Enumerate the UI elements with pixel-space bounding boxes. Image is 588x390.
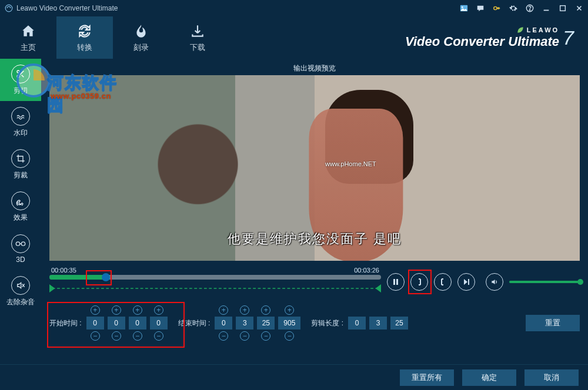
cancel-button[interactable]: 取消 xyxy=(524,369,579,386)
time-total: 00:03:26 xyxy=(354,267,379,274)
seek-handle[interactable] xyxy=(102,273,110,281)
set-start-button[interactable] xyxy=(410,273,428,291)
tool-watermark[interactable]: 水印 xyxy=(0,101,41,143)
nav-home[interactable]: 主页 xyxy=(0,16,56,59)
plus-icon[interactable]: + xyxy=(91,305,100,315)
start-h-value[interactable]: 0 xyxy=(86,317,104,330)
reset-button[interactable]: 重置 xyxy=(526,315,580,331)
svg-point-0 xyxy=(5,5,12,12)
nav-download[interactable]: 下载 xyxy=(169,16,226,59)
brand-version: 7 xyxy=(563,26,574,49)
close-icon[interactable] xyxy=(575,4,583,12)
key-icon[interactable] xyxy=(493,4,501,12)
next-frame-button[interactable] xyxy=(457,273,475,291)
plus-icon[interactable]: + xyxy=(133,305,142,315)
picture-icon[interactable] xyxy=(460,4,468,12)
left-tools: 剪切 水印 剪裁 效果 3D 去除杂音 xyxy=(0,59,41,364)
chat-icon[interactable] xyxy=(476,4,485,12)
length-group: 剪辑长度 : 0 3 25 xyxy=(311,317,408,330)
volume-slider[interactable] xyxy=(509,281,580,283)
tool-trim[interactable]: 剪切 xyxy=(0,59,41,101)
plus-icon[interactable]: + xyxy=(154,305,163,315)
video-watermark-url: www.pHome.NET xyxy=(325,160,376,167)
pause-button[interactable] xyxy=(387,273,405,291)
maximize-icon[interactable] xyxy=(559,4,567,12)
reset-all-button[interactable]: 重置所有 xyxy=(400,369,454,386)
start-s-value[interactable]: 0 xyxy=(129,317,146,330)
preview-title: 输出视频预览 xyxy=(49,63,580,75)
gear-icon[interactable] xyxy=(509,4,517,12)
minus-icon[interactable]: − xyxy=(91,331,100,341)
start-s-spin: + 0 − xyxy=(129,305,146,341)
minus-icon[interactable]: − xyxy=(219,331,228,341)
play-controls xyxy=(387,273,580,291)
tool-watermark-label: 水印 xyxy=(14,128,28,138)
wave-icon xyxy=(16,112,25,121)
home-icon xyxy=(19,22,37,40)
tool-effect[interactable]: 效果 xyxy=(0,186,41,228)
nav-burn[interactable]: 刻录 xyxy=(113,16,169,59)
plus-icon[interactable]: + xyxy=(285,305,294,315)
length-h-value: 0 xyxy=(348,317,366,330)
minus-icon[interactable]: − xyxy=(240,331,249,341)
leaf-icon xyxy=(516,26,524,34)
plus-icon[interactable]: + xyxy=(261,305,270,315)
crop-icon xyxy=(16,154,25,163)
nav-convert[interactable]: 转换 xyxy=(56,16,113,59)
brand-main: Video Converter Ultimate xyxy=(405,34,559,49)
minus-icon[interactable]: − xyxy=(261,331,270,341)
plus-icon[interactable]: + xyxy=(219,305,228,315)
volume-button[interactable] xyxy=(486,273,503,291)
scissors-icon xyxy=(16,69,25,79)
tool-3d[interactable]: 3D xyxy=(0,228,41,270)
glasses-icon xyxy=(15,239,26,248)
set-end-button[interactable] xyxy=(434,273,452,291)
length-label: 剪辑长度 : xyxy=(311,318,343,328)
nav-home-label: 主页 xyxy=(21,42,36,53)
minimize-icon[interactable] xyxy=(542,4,550,12)
end-h-value[interactable]: 0 xyxy=(215,317,232,330)
main-panel: 输出视频预览 www.pHome.NET 他要是维护我您没面子 是吧 00:00… xyxy=(41,59,588,364)
plus-icon[interactable]: + xyxy=(112,305,121,315)
app-icon xyxy=(5,4,13,12)
app-title: Leawo Video Converter Ultimate xyxy=(5,4,460,12)
svg-point-8 xyxy=(17,75,19,78)
minus-icon[interactable]: − xyxy=(154,331,163,341)
svg-point-2 xyxy=(462,6,463,8)
video-subtitle: 他要是维护我您没面子 是吧 xyxy=(49,230,580,248)
end-m-value[interactable]: 3 xyxy=(236,317,253,330)
svg-point-9 xyxy=(16,242,19,246)
plus-icon[interactable]: + xyxy=(240,305,249,315)
length-s-value: 25 xyxy=(390,317,408,330)
minus-icon[interactable]: − xyxy=(133,331,142,341)
help-icon[interactable] xyxy=(526,4,534,12)
ok-button[interactable]: 确定 xyxy=(462,369,516,386)
start-m-value[interactable]: 0 xyxy=(108,317,125,330)
tool-crop[interactable]: 剪裁 xyxy=(0,143,41,186)
tool-denoise[interactable]: 去除杂音 xyxy=(0,270,41,312)
svg-point-7 xyxy=(17,70,19,73)
nav-download-label: 下载 xyxy=(190,42,205,53)
svg-point-5 xyxy=(529,9,530,10)
brand: LEAWO Video Converter Ultimate 7 xyxy=(405,16,588,59)
seek-track[interactable] xyxy=(49,275,381,280)
nav-burn-label: 刻录 xyxy=(133,42,149,53)
minus-icon[interactable]: − xyxy=(285,331,294,341)
download-icon xyxy=(189,22,206,40)
start-m-spin: + 0 − xyxy=(108,305,125,341)
length-m-value: 3 xyxy=(369,317,387,330)
tool-crop-label: 剪裁 xyxy=(14,170,28,180)
svg-rect-12 xyxy=(396,279,398,285)
svg-rect-11 xyxy=(393,279,395,285)
minus-icon[interactable]: − xyxy=(112,331,121,341)
end-time-group: 结束时间 : +0− +3− +25− +905− xyxy=(178,305,301,341)
svg-rect-6 xyxy=(560,6,566,11)
start-ms-value[interactable]: 0 xyxy=(150,317,168,330)
trim-range[interactable] xyxy=(49,283,381,294)
end-ms-value[interactable]: 905 xyxy=(278,317,300,330)
start-time-group: 开始时间 : + 0 − + 0 − + 0 − xyxy=(49,305,168,341)
end-s-value[interactable]: 25 xyxy=(257,317,275,330)
video-preview[interactable]: www.pHome.NET 他要是维护我您没面子 是吧 xyxy=(49,75,580,261)
start-h-spin: + 0 − xyxy=(86,305,104,341)
end-time-label: 结束时间 : xyxy=(178,318,211,328)
